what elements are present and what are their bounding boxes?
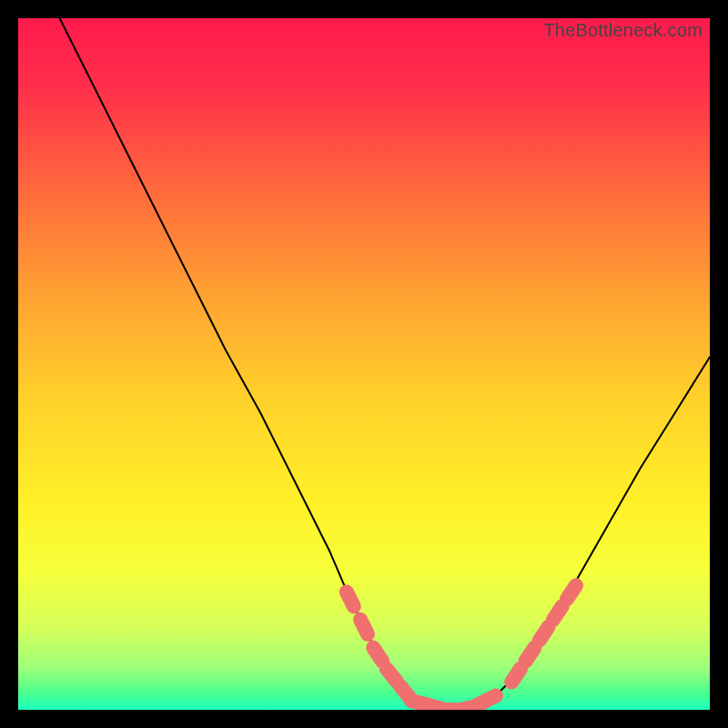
plot-area: TheBottleneck.com (18, 18, 710, 710)
data-point (540, 627, 549, 641)
data-point (347, 592, 354, 606)
data-point (511, 669, 521, 682)
chart-frame: TheBottleneck.com (0, 0, 728, 728)
data-point (360, 620, 368, 634)
watermark-text: TheBottleneck.com (543, 20, 703, 41)
data-point (525, 648, 534, 662)
data-point (567, 585, 576, 599)
data-point (387, 669, 397, 682)
data-point (553, 606, 562, 620)
data-point (481, 696, 496, 703)
gradient-background (18, 18, 710, 710)
data-point (373, 648, 382, 662)
chart-canvas (18, 18, 710, 710)
